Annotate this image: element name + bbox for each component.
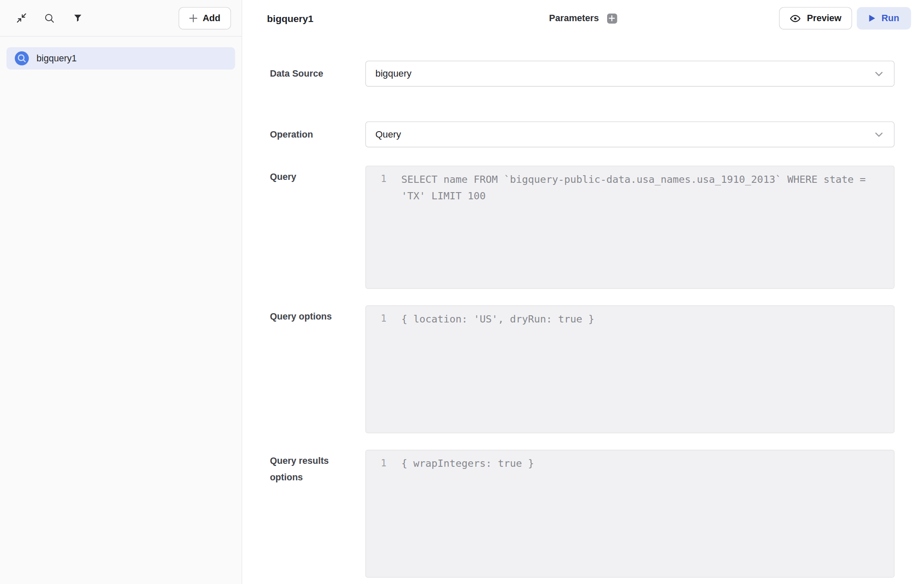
sidebar-toolbar: Add — [0, 0, 242, 36]
query-sidebar: Add bigquery1 — [0, 0, 242, 584]
add-button-label: Add — [203, 13, 220, 23]
query-options-label: Query options — [270, 305, 358, 325]
query-results-options-row: Query results options 1 { wrapIntegers: … — [270, 450, 894, 578]
parameters-section: Parameters — [549, 13, 617, 24]
header-actions: Preview Run — [779, 7, 911, 30]
line-number: 1 — [366, 455, 402, 471]
search-icon[interactable] — [43, 11, 56, 25]
operation-row: Operation Query — [270, 121, 894, 147]
query-options-code: { location: 'US', dryRun: true } — [402, 311, 894, 327]
line-number: 1 — [366, 311, 402, 327]
collapse-icon[interactable] — [15, 11, 28, 25]
preview-button-label: Preview — [807, 13, 842, 24]
parameters-label: Parameters — [549, 13, 599, 24]
bigquery-icon — [14, 51, 29, 66]
query-results-options-editor[interactable]: 1 { wrapIntegers: true } — [366, 450, 895, 578]
query-code-editor[interactable]: 1 SELECT name FROM `bigquery-public-data… — [366, 165, 895, 289]
query-list-item-bigquery1[interactable]: bigquery1 — [6, 47, 235, 69]
query-label: Query — [270, 165, 358, 185]
query-options-row: Query options 1 { location: 'US', dryRun… — [270, 305, 894, 433]
data-source-row: Data Source bigquery — [270, 61, 894, 86]
app-window: Add bigquery1 bigquery1 Parameters — [0, 0, 924, 584]
add-parameter-button[interactable] — [607, 13, 617, 23]
query-results-options-label: Query results options — [270, 450, 358, 486]
line-number: 1 — [366, 171, 402, 187]
editor-header: bigquery1 Parameters — [242, 0, 924, 36]
run-button[interactable]: Run — [857, 7, 911, 30]
data-source-value: bigquery — [375, 69, 411, 79]
chevron-down-icon — [873, 129, 885, 143]
operation-value: Query — [375, 129, 401, 140]
play-icon — [869, 14, 876, 22]
filter-icon[interactable] — [72, 11, 85, 25]
query-item-label: bigquery1 — [36, 53, 77, 63]
chevron-down-icon — [873, 68, 885, 83]
query-results-options-code: { wrapIntegers: true } — [402, 455, 894, 471]
query-row: Query 1 SELECT name FROM `bigquery-publi… — [270, 165, 894, 289]
operation-label: Operation — [270, 129, 358, 140]
query-code: SELECT name FROM `bigquery-public-data.u… — [402, 171, 894, 204]
run-button-label: Run — [882, 13, 899, 24]
preview-button[interactable]: Preview — [779, 7, 852, 30]
data-source-select[interactable]: bigquery — [366, 61, 895, 86]
plus-icon — [189, 14, 198, 22]
query-title: bigquery1 — [267, 13, 314, 24]
eye-icon — [790, 13, 801, 24]
data-source-label: Data Source — [270, 69, 358, 79]
query-form: Data Source bigquery Operation Query — [242, 36, 924, 584]
operation-select[interactable]: Query — [366, 121, 895, 147]
query-editor-panel: bigquery1 Parameters — [242, 0, 924, 584]
add-query-button[interactable]: Add — [179, 7, 231, 29]
query-list: bigquery1 — [0, 36, 242, 80]
query-options-editor[interactable]: 1 { location: 'US', dryRun: true } — [366, 305, 895, 433]
